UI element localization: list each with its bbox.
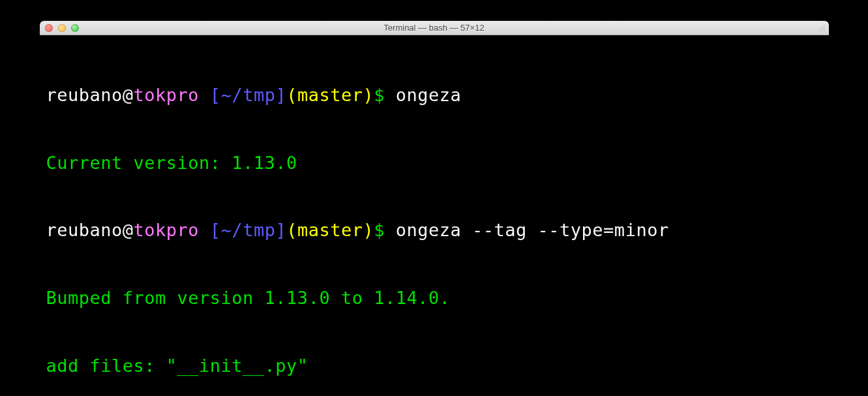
prompt-at: @: [123, 220, 134, 240]
prompt-branch-open: (: [286, 220, 297, 240]
prompt-path-open: [: [199, 85, 221, 105]
maximize-icon[interactable]: [71, 24, 79, 32]
output-line: Current version: 1.13.0: [46, 152, 822, 175]
prompt-branch: master: [297, 220, 363, 240]
prompt-path-open: [: [199, 220, 221, 240]
prompt-line: reubano@tokpro [~/tmp](master)$ ongeza -…: [46, 219, 822, 242]
close-icon[interactable]: [45, 24, 53, 32]
output-line: Bumped from version 1.13.0 to 1.14.0.: [46, 287, 822, 310]
minimize-icon[interactable]: [58, 24, 66, 32]
prompt-path-close: ]: [275, 85, 286, 105]
prompt-path: ~/tmp: [221, 85, 276, 105]
titlebar[interactable]: Terminal — bash — 57×12: [40, 21, 829, 35]
command-text: ongeza: [396, 85, 462, 105]
prompt-dollar: $: [374, 85, 396, 105]
prompt-path-close: ]: [275, 220, 286, 240]
prompt-branch-close: ): [363, 220, 374, 240]
prompt-branch-open: (: [286, 85, 297, 105]
prompt-path: ~/tmp: [221, 220, 276, 240]
window-title: Terminal — bash — 57×12: [40, 23, 829, 33]
prompt-host: tokpro: [134, 220, 200, 240]
prompt-branch: master: [297, 85, 363, 105]
prompt-host: tokpro: [134, 85, 200, 105]
prompt-user: reubano: [46, 220, 123, 240]
terminal-window: Terminal — bash — 57×12 reubano@tokpro […: [40, 21, 829, 396]
output-line: add files: "__init__.py": [46, 355, 822, 378]
command-text: ongeza --tag --type=minor: [396, 220, 669, 240]
prompt-branch-close: ): [363, 85, 374, 105]
prompt-line: reubano@tokpro [~/tmp](master)$ ongeza: [46, 84, 822, 107]
traffic-lights: [45, 24, 79, 32]
prompt-dollar: $: [374, 220, 396, 240]
prompt-user: reubano: [46, 85, 123, 105]
prompt-at: @: [123, 85, 134, 105]
resize-icon[interactable]: [817, 23, 826, 33]
terminal-body[interactable]: reubano@tokpro [~/tmp](master)$ ongeza C…: [40, 35, 829, 396]
